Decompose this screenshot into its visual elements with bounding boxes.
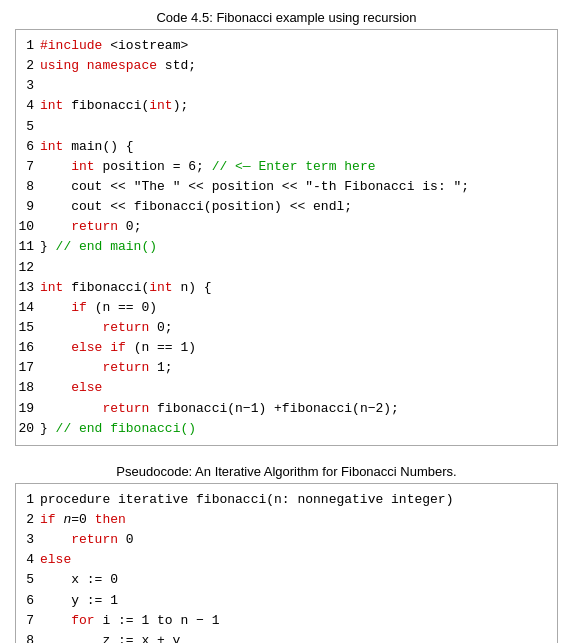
table-row: 5 bbox=[16, 117, 557, 137]
line-number: 3 bbox=[16, 76, 40, 96]
line-content: return 0; bbox=[40, 318, 549, 338]
table-row: 14 if (n == 0) bbox=[16, 298, 557, 318]
line-number: 18 bbox=[16, 378, 40, 398]
line-number: 17 bbox=[16, 358, 40, 378]
line-number: 19 bbox=[16, 399, 40, 419]
line-content: cout << fibonacci(position) << endl; bbox=[40, 197, 549, 217]
line-number: 13 bbox=[16, 278, 40, 298]
code-caption: Code 4.5: Fibonacci example using recurs… bbox=[15, 10, 558, 25]
pseudo-box: 1procedure iterative fibonacci(n: nonneg… bbox=[15, 483, 558, 643]
table-row: 17 return 1; bbox=[16, 358, 557, 378]
line-number: 2 bbox=[16, 510, 40, 530]
line-number: 1 bbox=[16, 36, 40, 56]
table-row: 3 bbox=[16, 76, 557, 96]
line-number: 14 bbox=[16, 298, 40, 318]
line-number: 8 bbox=[16, 631, 40, 643]
table-row: 18 else bbox=[16, 378, 557, 398]
line-number: 15 bbox=[16, 318, 40, 338]
line-content: else bbox=[40, 378, 549, 398]
line-number: 20 bbox=[16, 419, 40, 439]
line-number: 5 bbox=[16, 570, 40, 590]
line-content: return fibonacci(n−1) +fibonacci(n−2); bbox=[40, 399, 549, 419]
table-row: 6 y := 1 bbox=[16, 591, 557, 611]
code-box: 1#include <iostream>2using namespace std… bbox=[15, 29, 558, 446]
table-row: 4else bbox=[16, 550, 557, 570]
table-row: 7 for i := 1 to n − 1 bbox=[16, 611, 557, 631]
line-number: 4 bbox=[16, 96, 40, 116]
line-content: else bbox=[40, 550, 549, 570]
table-row: 13int fibonacci(int n) { bbox=[16, 278, 557, 298]
table-row: 8 z := x + y bbox=[16, 631, 557, 643]
table-row: 1#include <iostream> bbox=[16, 36, 557, 56]
line-content: z := x + y bbox=[40, 631, 549, 643]
line-number: 6 bbox=[16, 137, 40, 157]
line-content: return 0 bbox=[40, 530, 549, 550]
line-content: return 1; bbox=[40, 358, 549, 378]
line-content: for i := 1 to n − 1 bbox=[40, 611, 549, 631]
line-content: return 0; bbox=[40, 217, 549, 237]
line-number: 7 bbox=[16, 157, 40, 177]
line-content: y := 1 bbox=[40, 591, 549, 611]
line-content: if n=0 then bbox=[40, 510, 549, 530]
table-row: 12 bbox=[16, 258, 557, 278]
line-number: 10 bbox=[16, 217, 40, 237]
table-row: 16 else if (n == 1) bbox=[16, 338, 557, 358]
table-row: 5 x := 0 bbox=[16, 570, 557, 590]
table-row: 8 cout << "The " << position << "-th Fib… bbox=[16, 177, 557, 197]
table-row: 2using namespace std; bbox=[16, 56, 557, 76]
line-number: 7 bbox=[16, 611, 40, 631]
table-row: 7 int position = 6; // <— Enter term her… bbox=[16, 157, 557, 177]
line-number: 6 bbox=[16, 591, 40, 611]
line-content: x := 0 bbox=[40, 570, 549, 590]
line-content: using namespace std; bbox=[40, 56, 549, 76]
line-number: 8 bbox=[16, 177, 40, 197]
line-number: 12 bbox=[16, 258, 40, 278]
line-content: int fibonacci(int); bbox=[40, 96, 549, 116]
line-number: 2 bbox=[16, 56, 40, 76]
line-content: else if (n == 1) bbox=[40, 338, 549, 358]
table-row: 20} // end fibonacci() bbox=[16, 419, 557, 439]
line-number: 16 bbox=[16, 338, 40, 358]
table-row: 1procedure iterative fibonacci(n: nonneg… bbox=[16, 490, 557, 510]
table-row: 11} // end main() bbox=[16, 237, 557, 257]
table-row: 4int fibonacci(int); bbox=[16, 96, 557, 116]
line-content: if (n == 0) bbox=[40, 298, 549, 318]
line-content: procedure iterative fibonacci(n: nonnega… bbox=[40, 490, 549, 510]
table-row: 15 return 0; bbox=[16, 318, 557, 338]
table-row: 6int main() { bbox=[16, 137, 557, 157]
line-content: int fibonacci(int n) { bbox=[40, 278, 549, 298]
line-number: 5 bbox=[16, 117, 40, 137]
line-content: int position = 6; // <— Enter term here bbox=[40, 157, 549, 177]
line-number: 3 bbox=[16, 530, 40, 550]
line-content: } // end fibonacci() bbox=[40, 419, 549, 439]
table-row: 2if n=0 then bbox=[16, 510, 557, 530]
table-row: 9 cout << fibonacci(position) << endl; bbox=[16, 197, 557, 217]
line-content: cout << "The " << position << "-th Fibon… bbox=[40, 177, 549, 197]
line-number: 1 bbox=[16, 490, 40, 510]
pseudo-caption: Pseudocode: An Iterative Algorithm for F… bbox=[15, 464, 558, 479]
line-content: #include <iostream> bbox=[40, 36, 549, 56]
line-number: 11 bbox=[16, 237, 40, 257]
line-number: 9 bbox=[16, 197, 40, 217]
table-row: 3 return 0 bbox=[16, 530, 557, 550]
table-row: 19 return fibonacci(n−1) +fibonacci(n−2)… bbox=[16, 399, 557, 419]
line-content: } // end main() bbox=[40, 237, 549, 257]
line-content: int main() { bbox=[40, 137, 549, 157]
table-row: 10 return 0; bbox=[16, 217, 557, 237]
line-number: 4 bbox=[16, 550, 40, 570]
